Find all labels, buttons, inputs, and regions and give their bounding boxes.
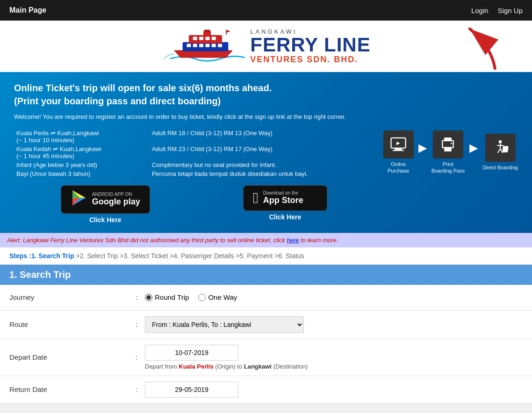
svg-rect-5: [212, 44, 216, 47]
print-boarding-icon: [433, 130, 463, 159]
depart-control: 10-07-2019 Depart from Kuala Perlis (Ori…: [145, 345, 523, 370]
banner-left: Online Ticket's trip will open for sale …: [14, 81, 374, 224]
android-btn-text: ANDROID APP ON Google play: [92, 192, 140, 207]
return-date-input[interactable]: 29-05-2019: [145, 382, 238, 398]
logo-ventures: VENTURES SDN. BHD.: [250, 55, 370, 65]
svg-rect-13: [204, 29, 210, 31]
svg-rect-27: [445, 138, 452, 142]
ios-click-here[interactable]: Click Here: [269, 213, 301, 221]
route-cell: Kuala Perlis ⇌ Kuah,Langkawi(~ 1 hour 10…: [14, 129, 139, 145]
logo-area: LANGKAWI FERRY LINE VENTURES SDN. BHD.: [161, 28, 370, 65]
direct-boarding-icon: [485, 134, 516, 162]
step-current: Steps :1. Search Trip: [9, 252, 74, 260]
journey-controls: Round Trip One Way: [145, 293, 523, 301]
svg-rect-2: [193, 44, 197, 47]
journey-radio-group: Round Trip One Way: [145, 293, 523, 301]
apple-icon: : [253, 189, 259, 207]
depart-label: Depart Date: [9, 353, 136, 361]
return-label: Return Date: [9, 385, 136, 393]
journey-row: Journey : Round Trip One Way: [0, 285, 532, 311]
svg-rect-23: [395, 148, 402, 150]
svg-rect-4: [206, 44, 210, 47]
round-trip-option[interactable]: Round Trip: [145, 293, 189, 301]
blue-banner: Online Ticket's trip will open for sale …: [0, 72, 532, 233]
route-row: Route : From : Kuala Perlis, To : Langka…: [0, 311, 532, 339]
app-buttons-row: ANDROID APP ON Google play Click Here  …: [14, 185, 374, 224]
step-icons: OnlinePurchase ▶ PrintBoarding Pass ▶: [383, 81, 518, 224]
svg-rect-3: [199, 44, 203, 47]
step-direct-boarding: Direct Boarding: [482, 134, 518, 171]
one-way-label: One Way: [208, 293, 237, 301]
logo-ferry: FERRY LINE: [250, 35, 370, 55]
ios-line2: App Store: [263, 196, 303, 205]
banner-headline: Online Ticket's trip will open for sale …: [14, 81, 374, 108]
depart-date-input[interactable]: 10-07-2019: [145, 345, 238, 361]
depart-mid: (Origin) to: [215, 363, 242, 370]
android-line2: Google play: [92, 197, 140, 207]
search-trip-title: 1. Search Trip: [9, 269, 71, 280]
journey-label: Journey: [9, 293, 136, 301]
route-select[interactable]: From : Kuala Perlis, To : Langkawi From …: [145, 316, 304, 333]
ios-app-wrap:  Download on the App Store Click Here: [243, 185, 327, 221]
android-click-here[interactable]: Click Here: [89, 216, 121, 224]
return-control: 29-05-2019: [145, 382, 523, 398]
alert-text: Alert: Langkawi Ferry Line Ventures Sdn …: [7, 237, 285, 244]
main-page-link[interactable]: Main Page: [9, 6, 46, 14]
ios-btn-text: Download on the App Store: [263, 190, 303, 205]
round-trip-radio[interactable]: [145, 294, 152, 301]
one-way-option[interactable]: One Way: [198, 293, 237, 301]
signup-link[interactable]: Sign Up: [498, 7, 523, 14]
table-row: Kuala Perlis ⇌ Kuah,Langkawi(~ 1 hour 10…: [14, 129, 374, 145]
search-trip-header: 1. Search Trip: [0, 265, 532, 285]
return-date-row: Return Date : 29-05-2019: [0, 376, 532, 404]
arrow-decoration-icon: [457, 25, 504, 72]
android-app-button[interactable]: ANDROID APP ON Google play: [61, 185, 150, 214]
price-table: Kuala Perlis ⇌ Kuah,Langkawi(~ 1 hour 10…: [14, 129, 374, 178]
table-row: Bayi (Umur bawah 3 tahun) Percuma tetapi…: [14, 169, 374, 178]
svg-rect-12: [203, 31, 211, 36]
step-rest: >2. Select Trip >3. Select Ticket >4. Pa…: [76, 252, 304, 260]
infant-price: Complimentary but no seat provided for i…: [150, 160, 374, 169]
bayi-price: Percuma tetapi tiada tempat duduk disedi…: [150, 169, 374, 178]
depart-hint-pre: Depart from: [145, 363, 177, 370]
ios-app-button[interactable]:  Download on the App Store: [243, 185, 327, 211]
print-boarding-label: PrintBoarding Pass: [431, 161, 465, 174]
nav-right: Login Sign Up: [471, 7, 523, 14]
one-way-radio[interactable]: [198, 294, 206, 301]
svg-rect-10: [206, 37, 210, 40]
android-line1: ANDROID APP ON: [92, 192, 140, 197]
google-play-icon: [71, 189, 87, 210]
android-app-wrap: ANDROID APP ON Google play Click Here: [61, 185, 150, 224]
price-cell: Adult RM 23 / Child (3-12) RM 17 (One Wa…: [150, 145, 374, 160]
depart-date-row: Depart Date : 10-07-2019 Depart from Kua…: [0, 339, 532, 376]
svg-rect-11: [212, 37, 216, 40]
svg-point-29: [451, 143, 453, 144]
svg-marker-15: [226, 29, 230, 33]
login-link[interactable]: Login: [471, 7, 489, 14]
svg-rect-1: [187, 44, 191, 47]
header: LANGKAWI FERRY LINE VENTURES SDN. BHD.: [0, 21, 532, 72]
svg-rect-28: [445, 147, 452, 152]
svg-rect-35: [503, 146, 508, 150]
table-row: Kuala Kedah ⇌ Kuah,Langkawi(~ 1 hour 45 …: [14, 145, 374, 160]
top-nav: Main Page Login Sign Up: [0, 0, 532, 21]
table-row: Infant (Age below 3 years old) Complimen…: [14, 160, 374, 169]
logo-text: LANGKAWI FERRY LINE VENTURES SDN. BHD.: [250, 28, 370, 65]
step-print-boarding: PrintBoarding Pass: [431, 130, 465, 174]
alert-link[interactable]: here: [287, 237, 299, 244]
step-arrow-1: ▶: [418, 141, 427, 154]
ship-logo-icon: [161, 28, 245, 65]
route-control: From : Kuala Perlis, To : Langkawi From …: [145, 316, 523, 333]
svg-line-34: [500, 149, 503, 153]
online-purchase-icon: [383, 130, 414, 159]
direct-boarding-label: Direct Boarding: [482, 164, 518, 171]
svg-rect-26: [443, 141, 453, 148]
svg-marker-25: [396, 142, 400, 145]
depart-origin: Kuala Perlis: [179, 363, 213, 370]
svg-rect-6: [218, 44, 222, 47]
svg-rect-24: [393, 150, 403, 151]
banner-welcome: Welcome! You are required to register an…: [14, 112, 374, 122]
steps-bar: Steps :1. Search Trip >2. Select Trip >3…: [0, 247, 532, 265]
route-label: Route: [9, 320, 136, 328]
ios-line1: Download on the: [263, 190, 303, 196]
